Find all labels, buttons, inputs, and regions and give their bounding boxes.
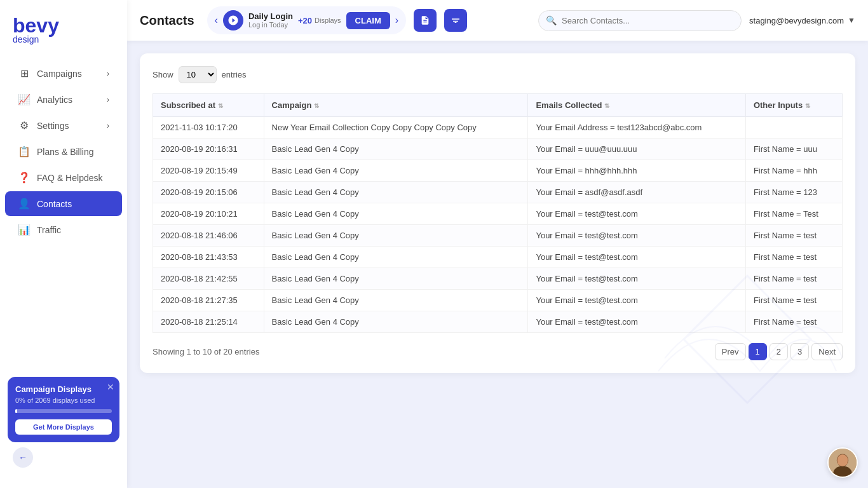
- cell-1-3: First Name = uuu: [745, 139, 842, 160]
- chevron-right-icon: ›: [107, 121, 109, 130]
- cell-1-0: 2020-08-19 20:16:31: [153, 139, 264, 160]
- show-label: Show: [153, 70, 173, 79]
- sidebar-item-analytics[interactable]: 📈 Analytics ›: [5, 87, 122, 112]
- progress-bar-bg: [15, 409, 112, 413]
- campaigns-icon: ⊞: [18, 67, 31, 79]
- page-button-1[interactable]: 1: [749, 343, 767, 360]
- page-button-3[interactable]: 3: [790, 343, 809, 360]
- cell-9-3: First Name = test: [745, 311, 842, 333]
- campaign-displays-title: Campaign Displays: [15, 384, 112, 394]
- cell-8-3: First Name = test: [745, 290, 842, 311]
- table-footer: Showing 1 to 10 of 20 entries Prev 123 N…: [153, 343, 843, 360]
- search-input[interactable]: [538, 10, 742, 31]
- nav-label-analytics: Analytics: [37, 95, 72, 105]
- cell-5-0: 2020-08-18 21:46:06: [153, 225, 264, 247]
- pagination: Prev 123 Next: [715, 343, 843, 360]
- nav-label-plans-billing: Plans & Billing: [37, 147, 94, 157]
- page-button-2[interactable]: 2: [770, 343, 788, 360]
- sort-icon: ⇅: [314, 102, 319, 109]
- daily-login-icon: [223, 10, 243, 30]
- cell-3-0: 2020-08-19 20:15:06: [153, 182, 264, 203]
- cell-8-0: 2020-08-18 21:27:35: [153, 290, 264, 311]
- table-row: 2020-08-18 21:42:55Basic Lead Gen 4 Copy…: [153, 268, 843, 290]
- col-header-other-inputs[interactable]: Other Inputs⇅: [745, 94, 842, 117]
- cell-7-3: First Name = test: [745, 268, 842, 290]
- entries-label: entries: [222, 70, 247, 79]
- daily-login-widget: ‹ Daily Login Log in Today +20 Displays …: [207, 6, 407, 34]
- sidebar-item-traffic[interactable]: 📊 Traffic: [5, 217, 122, 242]
- cell-0-2: Your Email Address = test123abcd@abc.com: [528, 117, 745, 139]
- content-area: Show 10 25 50 100 entries Subscribed at⇅…: [127, 41, 868, 488]
- table-row: 2020-08-18 21:46:06Basic Lead Gen 4 Copy…: [153, 225, 843, 247]
- sort-icon: ⇅: [218, 102, 223, 109]
- cell-4-3: First Name = Test: [745, 203, 842, 225]
- cell-8-2: Your Email = test@test.com: [528, 290, 745, 311]
- settings-icon: ⚙: [18, 119, 31, 132]
- cell-0-3: [745, 117, 842, 139]
- campaign-displays-card: ✕ Campaign Displays 0% of 2069 displays …: [8, 377, 119, 442]
- analytics-icon: 📈: [18, 93, 31, 105]
- displays-count: +20: [298, 16, 312, 25]
- daily-login-title: Daily Login: [248, 11, 293, 22]
- cell-2-2: Your Email = hhh@hhh.hhh: [528, 160, 745, 182]
- displays-badge: +20 Displays: [298, 16, 341, 25]
- cell-6-3: First Name = test: [745, 247, 842, 268]
- logo-bevy: bevy: [13, 15, 114, 36]
- sidebar-item-settings[interactable]: ⚙ Settings ›: [5, 113, 122, 138]
- user-menu[interactable]: staging@bevydesign.com ▼: [749, 16, 855, 25]
- daily-login-subtitle: Log in Today: [248, 21, 293, 29]
- cell-5-1: Basic Lead Gen 4 Copy: [264, 225, 528, 247]
- search-icon: 🔍: [546, 15, 557, 25]
- sidebar-item-faq[interactable]: ❓ FAQ & Helpdesk: [5, 165, 122, 190]
- faq-icon: ❓: [18, 172, 31, 184]
- daily-login-next-button[interactable]: ›: [395, 15, 398, 26]
- table-row: 2021-11-03 10:17:20New Year Email Collec…: [153, 117, 843, 139]
- cell-0-0: 2021-11-03 10:17:20: [153, 117, 264, 139]
- col-header-subscribed-at[interactable]: Subscribed at⇅: [153, 94, 264, 117]
- cell-7-0: 2020-08-18 21:42:55: [153, 268, 264, 290]
- cell-9-1: Basic Lead Gen 4 Copy: [264, 311, 528, 333]
- export-button[interactable]: [414, 9, 437, 32]
- cell-1-1: Basic Lead Gen 4 Copy: [264, 139, 528, 160]
- col-header-emails-collected[interactable]: Emails Collected⇅: [528, 94, 745, 117]
- chevron-down-icon: ▼: [848, 16, 855, 25]
- sidebar-item-plans-billing[interactable]: 📋 Plans & Billing: [5, 139, 122, 164]
- contacts-table: Subscribed at⇅Campaign⇅Emails Collected⇅…: [153, 93, 843, 333]
- cell-4-2: Your Email = test@test.com: [528, 203, 745, 225]
- close-icon[interactable]: ✕: [107, 382, 114, 392]
- cell-5-3: First Name = test: [745, 225, 842, 247]
- nav-label-contacts: Contacts: [37, 199, 72, 209]
- cell-6-1: Basic Lead Gen 4 Copy: [264, 247, 528, 268]
- table-row: 2020-08-19 20:10:21Basic Lead Gen 4 Copy…: [153, 203, 843, 225]
- daily-login-prev-button[interactable]: ‹: [215, 15, 218, 26]
- get-more-displays-button[interactable]: Get More Displays: [15, 419, 112, 435]
- chevron-right-icon: ›: [107, 69, 109, 78]
- filter-button[interactable]: [444, 9, 467, 32]
- main-content: Contacts ‹ Daily Login Log in Today +20 …: [127, 0, 868, 488]
- cell-9-2: Your Email = test@test.com: [528, 311, 745, 333]
- traffic-icon: 📊: [18, 224, 31, 236]
- pagination-prev-button[interactable]: Prev: [715, 343, 746, 360]
- sort-icon: ⇅: [805, 102, 810, 109]
- claim-button[interactable]: CLAIM: [346, 12, 390, 29]
- sidebar-collapse-button[interactable]: ←: [13, 447, 33, 468]
- col-header-campaign[interactable]: Campaign⇅: [264, 94, 528, 117]
- table-controls: Show 10 25 50 100 entries: [153, 66, 843, 83]
- cell-7-2: Your Email = test@test.com: [528, 268, 745, 290]
- cell-4-1: Basic Lead Gen 4 Copy: [264, 203, 528, 225]
- nav-label-faq: FAQ & Helpdesk: [37, 173, 103, 183]
- sidebar-item-contacts[interactable]: 👤 Contacts: [5, 191, 122, 216]
- table-card: Show 10 25 50 100 entries Subscribed at⇅…: [140, 53, 855, 373]
- entries-per-page-select[interactable]: 10 25 50 100: [179, 66, 217, 83]
- search-box: 🔍: [538, 10, 742, 31]
- sidebar: bevy design ⊞ Campaigns ›📈 Analytics ›⚙ …: [0, 0, 127, 488]
- cell-5-2: Your Email = test@test.com: [528, 225, 745, 247]
- page-title: Contacts: [140, 13, 194, 28]
- cell-0-1: New Year Email Collection Copy Copy Copy…: [264, 117, 528, 139]
- cell-2-1: Basic Lead Gen 4 Copy: [264, 160, 528, 182]
- table-row: 2020-08-19 20:16:31Basic Lead Gen 4 Copy…: [153, 139, 843, 160]
- pagination-next-button[interactable]: Next: [811, 343, 843, 360]
- sidebar-item-campaigns[interactable]: ⊞ Campaigns ›: [5, 61, 122, 86]
- daily-login-info: Daily Login Log in Today: [248, 11, 293, 30]
- contacts-icon: 👤: [18, 198, 31, 210]
